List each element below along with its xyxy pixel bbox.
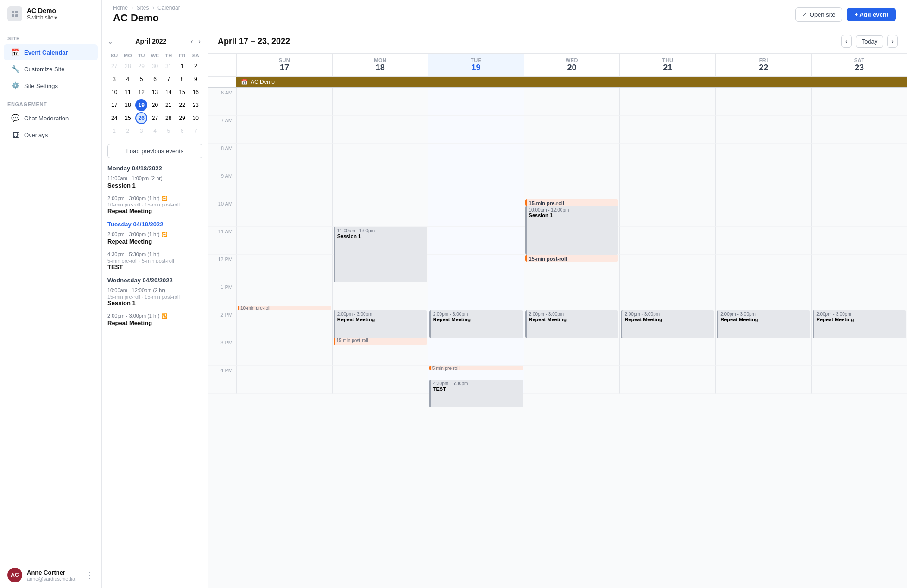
sidebar-item-overlays[interactable]: 🖼 Overlays	[4, 127, 98, 143]
mini-cal-day-range[interactable]: 26	[135, 112, 147, 124]
sidebar-item-event-calendar[interactable]: 📅 Event Calendar	[4, 44, 98, 60]
sidebar-item-customize-site[interactable]: 🔧 Customize Site	[4, 61, 98, 77]
time-gutter-header	[208, 54, 236, 76]
calendar-next-button[interactable]: ›	[887, 35, 898, 48]
list-item[interactable]: 4:30pm - 5:30pm (1 hr) 5-min pre-roll · …	[107, 251, 202, 270]
day-col-thu-7	[619, 116, 715, 144]
mini-cal-collapse-button[interactable]: ⌄	[107, 38, 113, 45]
cal-event-5min-preroll-tue[interactable]: 5-min pre-roll	[429, 366, 523, 370]
mini-cal-day[interactable]: 7	[163, 73, 175, 85]
mini-cal-day[interactable]: 1	[108, 125, 120, 137]
list-item[interactable]: 2:00pm - 3:00pm (1 hr) 🔁 10-min pre-roll…	[107, 195, 202, 214]
mini-cal-day[interactable]: 30	[189, 112, 202, 124]
list-item[interactable]: 2:00pm - 3:00pm (1 hr) 🔁 Repeat Meeting	[107, 313, 202, 326]
breadcrumb-calendar[interactable]: Calendar	[157, 5, 180, 11]
user-menu-button[interactable]: ⋮	[86, 570, 94, 580]
mini-cal-day[interactable]: 6	[149, 73, 161, 85]
mini-cal-day[interactable]: 18	[122, 99, 134, 111]
cal-event-repeat-sat[interactable]: 2:00pm - 3:00pm Repeat Meeting	[813, 310, 906, 338]
day-col-wed-12: 15-min post-roll	[524, 255, 620, 282]
cal-event-repeat-wed[interactable]: 2:00pm - 3:00pm Repeat Meeting	[525, 310, 619, 338]
open-site-button[interactable]: ↗ Open site	[795, 7, 843, 22]
day-header-wed: WED 20	[524, 54, 620, 76]
main-content: Home › Sites › Calendar AC Demo ↗ Open s…	[102, 0, 907, 588]
time-label-6am: 6 AM	[208, 88, 236, 116]
cal-event-repeat-thu[interactable]: 2:00pm - 3:00pm Repeat Meeting	[621, 310, 714, 338]
mini-cal-day[interactable]: 8	[176, 73, 188, 85]
user-email: anne@sardius.media	[27, 576, 81, 582]
load-previous-events-button[interactable]: Load previous events	[107, 144, 202, 158]
cal-event-session1-wed[interactable]: 10:00am - 12:00pm Session 1	[525, 206, 619, 255]
mini-cal-day[interactable]: 31	[163, 60, 175, 72]
mini-cal-day[interactable]: 21	[163, 99, 175, 111]
mini-cal-day[interactable]: 15	[176, 86, 188, 98]
mini-cal-day[interactable]: 29	[135, 60, 147, 72]
section-label-engagement: ENGAGEMENT	[0, 94, 101, 110]
time-label-1pm: 1 PM	[208, 282, 236, 310]
mini-cal-day[interactable]: 16	[189, 86, 202, 98]
mini-cal-day[interactable]: 28	[122, 60, 134, 72]
mini-cal-day[interactable]: 23	[189, 99, 202, 111]
mini-cal-day[interactable]: 22	[176, 99, 188, 111]
time-grid-scroll[interactable]: 6 AM 7 AM	[208, 88, 907, 588]
mini-cal-day[interactable]: 2	[189, 60, 202, 72]
mini-cal-day-selected[interactable]: 19	[135, 99, 147, 111]
sidebar-item-chat-moderation[interactable]: 💬 Chat Moderation	[4, 110, 98, 126]
mini-cal-day[interactable]: 28	[163, 112, 175, 124]
cal-event-test-tue[interactable]: 4:30pm - 5:30pm TEST	[429, 380, 523, 407]
mini-cal-day[interactable]: 29	[176, 112, 188, 124]
mini-cal-day[interactable]: 17	[108, 99, 120, 111]
mini-cal-day[interactable]: 12	[135, 86, 147, 98]
mini-cal-day[interactable]: 3	[108, 73, 120, 85]
mini-cal-day[interactable]: 30	[149, 60, 161, 72]
cal-event-15min-preroll[interactable]: 15-min pre-roll	[525, 199, 619, 206]
mini-cal-day[interactable]: 7	[189, 125, 202, 137]
mini-cal-day[interactable]: 25	[122, 112, 134, 124]
mini-cal-day[interactable]: 5	[163, 125, 175, 137]
calendar-main: April 17 – 23, 2022 ‹ Today › SUN 17 MON…	[208, 29, 907, 588]
mini-cal-day[interactable]: 27	[108, 60, 120, 72]
cal-event-session1-mon[interactable]: 11:00am - 1:00pm Session 1	[334, 227, 427, 282]
calendar-prev-button[interactable]: ‹	[841, 35, 852, 48]
list-item[interactable]: 11:00am - 1:00pm (2 hr) Session 1	[107, 175, 202, 189]
time-label-11am: 11 AM	[208, 227, 236, 255]
cal-event-10min-preroll-mon[interactable]: 10-min pre-roll	[238, 306, 331, 310]
mini-cal-day[interactable]: 2	[122, 125, 134, 137]
mini-cal-prev-button[interactable]: ‹	[189, 37, 195, 46]
mini-cal-next-button[interactable]: ›	[196, 37, 202, 46]
allday-event-bar[interactable]: 📅 AC Demo	[236, 77, 907, 87]
cal-event-repeat-mon[interactable]: 2:00pm - 3:00pm Repeat Meeting	[334, 310, 427, 338]
day-col-sat-7	[811, 116, 907, 144]
cal-event-15min-postroll-mon[interactable]: 15-min post-roll	[334, 338, 427, 345]
mini-cal-day[interactable]: 9	[189, 73, 202, 85]
mini-cal-day[interactable]: 24	[108, 112, 120, 124]
breadcrumb-home[interactable]: Home	[113, 5, 128, 11]
cal-event-repeat-fri[interactable]: 2:00pm - 3:00pm Repeat Meeting	[717, 310, 810, 338]
cal-event-repeat-tue[interactable]: 2:00pm - 3:00pm Repeat Meeting	[429, 310, 523, 338]
mini-cal-day[interactable]: 1	[176, 60, 188, 72]
mini-cal-day[interactable]: 10	[108, 86, 120, 98]
sidebar-item-label: Chat Moderation	[24, 115, 69, 122]
mini-cal-day[interactable]: 6	[176, 125, 188, 137]
sidebar-item-site-settings[interactable]: ⚙️ Site Settings	[4, 78, 98, 94]
day-col-wed-7	[524, 116, 620, 144]
mini-cal-day[interactable]: 5	[135, 73, 147, 85]
list-item[interactable]: 2:00pm - 3:00pm (1 hr) 🔁 Repeat Meeting	[107, 231, 202, 245]
user-info: Anne Cortner anne@sardius.media	[27, 569, 81, 582]
mini-cal-day[interactable]: 13	[149, 86, 161, 98]
mini-cal-day[interactable]: 11	[122, 86, 134, 98]
calendar-today-button[interactable]: Today	[856, 35, 884, 48]
mini-cal-day[interactable]: 20	[149, 99, 161, 111]
list-item[interactable]: 10:00am - 12:00pm (2 hr) 15-min pre-roll…	[107, 288, 202, 307]
mini-cal-day[interactable]: 3	[135, 125, 147, 137]
day-col-thu-2: 2:00pm - 3:00pm Repeat Meeting	[619, 310, 715, 338]
mini-cal-day[interactable]: 14	[163, 86, 175, 98]
mini-cal-week: 17 18 19 20 21 22 23	[107, 99, 202, 112]
cal-event-15min-postroll[interactable]: 15-min post-roll	[525, 255, 619, 262]
mini-cal-day[interactable]: 4	[149, 125, 161, 137]
mini-cal-day[interactable]: 4	[122, 73, 134, 85]
breadcrumb-sites[interactable]: Sites	[137, 5, 149, 11]
mini-cal-day[interactable]: 27	[149, 112, 161, 124]
add-event-button[interactable]: + Add event	[847, 8, 896, 21]
switch-site-btn[interactable]: Switch site ▾	[27, 14, 57, 21]
